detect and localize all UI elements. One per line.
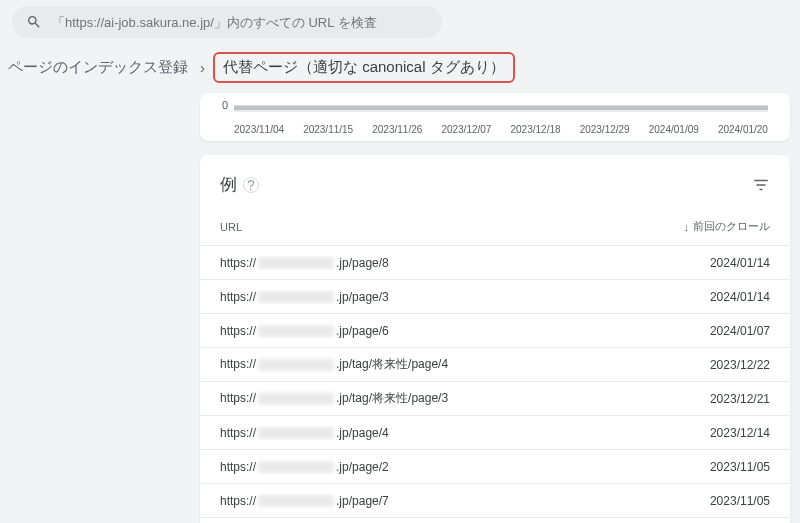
- breadcrumb: ページのインデックス登録 › 代替ページ（適切な canonical タグあり）: [4, 52, 800, 83]
- y-axis-zero: 0: [222, 99, 228, 111]
- table-row[interactable]: https://.jp/page/62024/01/07: [200, 314, 790, 348]
- cell-url: https://.jp/page/6: [220, 324, 660, 338]
- x-tick: 2023/11/15: [303, 124, 353, 135]
- table-header: URL ↓ 前回のクロール: [200, 208, 790, 246]
- cell-date: 2023/12/14: [660, 426, 770, 440]
- x-tick: 2023/12/29: [580, 124, 630, 135]
- table-row[interactable]: https://.jp/tag/将来性/page/42023/12/22: [200, 348, 790, 382]
- table-row[interactable]: https://.jp/page/42023/12/14: [200, 416, 790, 450]
- help-icon[interactable]: ?: [243, 177, 259, 193]
- cell-url: https://.jp/tag/将来性/page/4: [220, 356, 660, 373]
- chevron-right-icon: ›: [200, 59, 205, 76]
- cell-url: https://.jp/page/2: [220, 460, 660, 474]
- cell-date: 2023/11/05: [660, 460, 770, 474]
- x-tick: 2023/12/18: [511, 124, 561, 135]
- sort-down-icon: ↓: [684, 221, 690, 233]
- cell-date: 2023/12/22: [660, 358, 770, 372]
- cell-url: https://.jp/page/4: [220, 426, 660, 440]
- breadcrumb-current: 代替ページ（適切な canonical タグあり）: [213, 52, 515, 83]
- table-row[interactable]: https://.jp/page/82024/01/14: [200, 246, 790, 280]
- pagination: 1 ページあたりの行数: 10 ▾ 1～8/8 ‹ ›: [200, 518, 790, 523]
- cell-date: 2024/01/07: [660, 324, 770, 338]
- x-tick: 2023/11/04: [234, 124, 284, 135]
- cell-url: https://.jp/tag/将来性/page/3: [220, 390, 660, 407]
- cell-date: 2023/12/21: [660, 392, 770, 406]
- card-title: 例 ?: [220, 173, 259, 196]
- cell-url: https://.jp/page/3: [220, 290, 660, 304]
- cell-date: 2024/01/14: [660, 290, 770, 304]
- cell-url: https://.jp/page/7: [220, 494, 660, 508]
- cell-date: 2023/11/05: [660, 494, 770, 508]
- trend-chart: 0 2023/11/04 2023/11/15 2023/11/26 2023/…: [200, 93, 790, 141]
- table-row[interactable]: https://.jp/tag/将来性/page/32023/12/21: [200, 382, 790, 416]
- cell-date: 2024/01/14: [660, 256, 770, 270]
- x-tick: 2024/01/09: [649, 124, 699, 135]
- chart-series: [234, 105, 768, 112]
- col-lastcrawl-label: 前回のクロール: [693, 219, 770, 234]
- table-row[interactable]: https://.jp/page/32024/01/14: [200, 280, 790, 314]
- filter-icon[interactable]: [752, 176, 770, 194]
- col-lastcrawl-header[interactable]: ↓ 前回のクロール: [660, 219, 770, 234]
- table-row[interactable]: https://.jp/page/72023/11/05: [200, 484, 790, 518]
- x-axis: 2023/11/04 2023/11/15 2023/11/26 2023/12…: [234, 124, 768, 135]
- x-tick: 2023/12/07: [441, 124, 491, 135]
- examples-card: 例 ? URL ↓ 前回のクロール https://.jp/page/82024…: [200, 155, 790, 523]
- url-inspect-search[interactable]: [12, 6, 442, 38]
- x-tick: 2023/11/26: [372, 124, 422, 135]
- search-input[interactable]: [52, 15, 428, 30]
- search-icon: [26, 14, 42, 30]
- card-title-text: 例: [220, 173, 237, 196]
- table-row[interactable]: https://.jp/page/22023/11/05: [200, 450, 790, 484]
- cell-url: https://.jp/page/8: [220, 256, 660, 270]
- x-tick: 2024/01/20: [718, 124, 768, 135]
- col-url-header[interactable]: URL: [220, 221, 660, 233]
- breadcrumb-parent[interactable]: ページのインデックス登録: [4, 56, 192, 79]
